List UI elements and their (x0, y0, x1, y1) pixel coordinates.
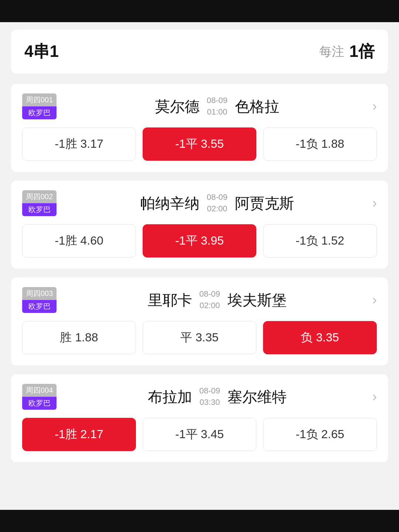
match-card-3: 周四003 欧罗巴 里耶卡 08-09 02:00 埃夫斯堡 › 胜 1.88 … (11, 277, 388, 365)
team-away-3: 埃夫斯堡 (228, 290, 287, 310)
badge-top-1: 周四001 (22, 93, 57, 106)
header-card: 4串1 每注 1倍 (11, 30, 388, 74)
odds-btn-2-3[interactable]: -1负 1.52 (263, 224, 377, 258)
per-bet-label: 每注 (319, 43, 344, 60)
match-header-3: 周四003 欧罗巴 里耶卡 08-09 02:00 埃夫斯堡 › (22, 287, 377, 313)
odds-btn-1-1[interactable]: -1胜 3.17 (22, 127, 136, 161)
match-arrow-1[interactable]: › (372, 99, 377, 114)
odds-row-3: 胜 1.88 平 3.35 负 3.35 (22, 321, 377, 354)
odds-btn-3-2[interactable]: 平 3.35 (143, 321, 256, 354)
top-bar (0, 0, 399, 22)
team-away-2: 阿贾克斯 (235, 193, 294, 214)
odds-btn-3-3[interactable]: 负 3.35 (263, 321, 377, 354)
match-arrow-4[interactable]: › (372, 389, 377, 405)
badge-bottom-4: 欧罗巴 (22, 397, 57, 410)
multiplier-value: 1倍 (349, 41, 375, 62)
odds-btn-2-2[interactable]: -1平 3.95 (143, 224, 256, 258)
odds-btn-3-1[interactable]: 胜 1.88 (22, 321, 136, 354)
odds-btn-4-1[interactable]: -1胜 2.17 (22, 418, 136, 451)
team-home-3: 里耶卡 (148, 290, 192, 310)
odds-btn-4-3[interactable]: -1负 2.65 (263, 418, 377, 451)
match-teams-3: 里耶卡 08-09 02:00 埃夫斯堡 (65, 289, 369, 311)
match-time-3: 08-09 02:00 (200, 289, 220, 311)
match-badge-1: 周四001 欧罗巴 (22, 93, 57, 119)
odds-row-1: -1胜 3.17 -1平 3.55 -1负 1.88 (22, 127, 377, 161)
match-badge-3: 周四003 欧罗巴 (22, 287, 57, 313)
odds-btn-4-2[interactable]: -1平 3.45 (143, 418, 256, 451)
bottom-bar (0, 510, 399, 532)
odds-row-2: -1胜 4.60 -1平 3.95 -1负 1.52 (22, 224, 377, 258)
match-teams-2: 帕纳辛纳 08-09 02:00 阿贾克斯 (65, 192, 369, 215)
match-time-4: 08-09 03:30 (200, 385, 220, 408)
parlay-title: 4串1 (24, 41, 59, 62)
odds-btn-2-1[interactable]: -1胜 4.60 (22, 224, 136, 258)
team-away-4: 塞尔维特 (228, 387, 287, 407)
team-home-2: 帕纳辛纳 (140, 193, 200, 214)
match-time-1: 08-09 01:00 (207, 95, 228, 118)
main-content: 4串1 每注 1倍 周四001 欧罗巴 莫尔德 08-09 01:00 色格拉 … (0, 22, 399, 510)
match-header-4: 周四004 欧罗巴 布拉加 08-09 03:30 塞尔维特 › (22, 384, 377, 410)
match-arrow-3[interactable]: › (372, 292, 377, 308)
match-header-2: 周四002 欧罗巴 帕纳辛纳 08-09 02:00 阿贾克斯 › (22, 190, 377, 216)
badge-bottom-2: 欧罗巴 (22, 203, 57, 216)
team-home-4: 布拉加 (148, 387, 192, 407)
badge-bottom-1: 欧罗巴 (22, 106, 57, 119)
team-away-1: 色格拉 (235, 96, 279, 117)
team-home-1: 莫尔德 (155, 96, 200, 117)
badge-top-2: 周四002 (22, 190, 57, 203)
match-badge-2: 周四002 欧罗巴 (22, 190, 57, 216)
match-card-2: 周四002 欧罗巴 帕纳辛纳 08-09 02:00 阿贾克斯 › -1胜 4.… (11, 181, 388, 269)
match-arrow-2[interactable]: › (372, 195, 377, 211)
match-badge-4: 周四004 欧罗巴 (22, 384, 57, 410)
match-time-2: 08-09 02:00 (207, 192, 228, 215)
odds-btn-1-3[interactable]: -1负 1.88 (263, 127, 377, 161)
match-card-4: 周四004 欧罗巴 布拉加 08-09 03:30 塞尔维特 › -1胜 2.1… (11, 374, 388, 462)
matches-container: 周四001 欧罗巴 莫尔德 08-09 01:00 色格拉 › -1胜 3.17… (11, 84, 388, 462)
badge-top-4: 周四004 (22, 384, 57, 397)
match-teams-1: 莫尔德 08-09 01:00 色格拉 (65, 95, 369, 118)
header-right: 每注 1倍 (319, 41, 375, 62)
badge-bottom-3: 欧罗巴 (22, 300, 57, 313)
odds-btn-1-2[interactable]: -1平 3.55 (143, 127, 256, 161)
match-header-1: 周四001 欧罗巴 莫尔德 08-09 01:00 色格拉 › (22, 93, 377, 119)
match-teams-4: 布拉加 08-09 03:30 塞尔维特 (65, 385, 369, 408)
badge-top-3: 周四003 (22, 287, 57, 300)
odds-row-4: -1胜 2.17 -1平 3.45 -1负 2.65 (22, 418, 377, 451)
match-card-1: 周四001 欧罗巴 莫尔德 08-09 01:00 色格拉 › -1胜 3.17… (11, 84, 388, 172)
